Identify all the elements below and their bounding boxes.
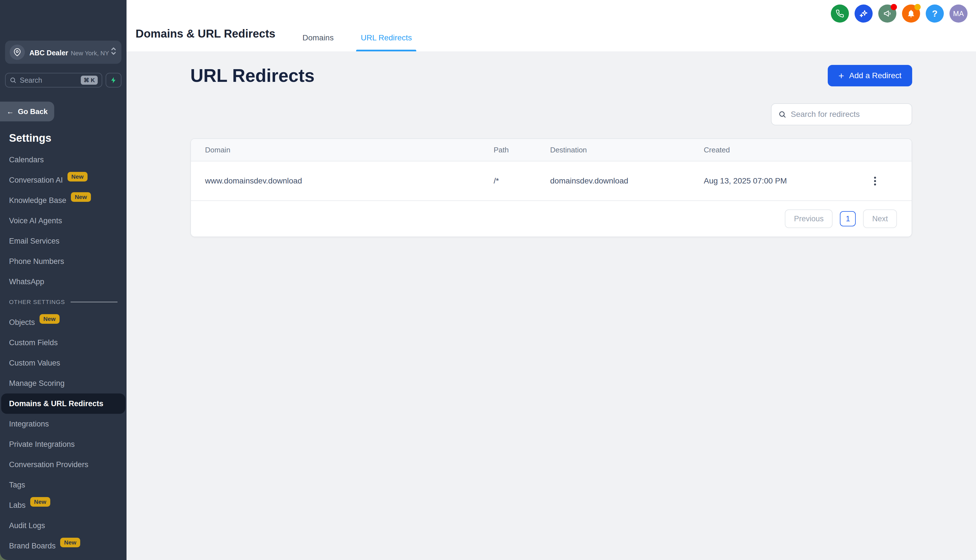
add-redirect-button[interactable]: + Add a Redirect bbox=[828, 65, 912, 87]
sidebar-item-label: Email Services bbox=[9, 237, 60, 245]
help-button[interactable]: ? bbox=[926, 5, 944, 23]
phone-button[interactable] bbox=[831, 5, 849, 23]
section-label: OTHER SETTINGS bbox=[9, 298, 65, 305]
sidebar-search-input[interactable]: Search ⌘ K bbox=[5, 73, 102, 88]
table-header-row: Domain Path Destination Created bbox=[191, 139, 912, 162]
column-header-created: Created bbox=[704, 146, 852, 154]
table-row: www.domainsdev.download /* domainsdev.do… bbox=[191, 162, 912, 201]
column-header-path: Path bbox=[494, 146, 550, 154]
new-badge: New bbox=[30, 497, 50, 507]
table-search-row: Search for redirects bbox=[190, 103, 912, 125]
top-bar: Domains & URL Redirects Domains URL Redi… bbox=[127, 0, 976, 52]
announcements-button[interactable] bbox=[878, 5, 896, 23]
sidebar-item-calendars[interactable]: Calendars bbox=[0, 150, 127, 170]
sidebar-item-label: Phone Numbers bbox=[9, 257, 64, 266]
megaphone-icon bbox=[883, 9, 892, 18]
search-icon bbox=[778, 110, 786, 118]
search-icon bbox=[10, 77, 17, 83]
sidebar-item-integrations[interactable]: Integrations bbox=[0, 414, 127, 434]
sidebar-item-brand-boards[interactable]: Brand BoardsNew bbox=[0, 536, 127, 556]
go-back-button[interactable]: ← Go Back bbox=[0, 102, 54, 122]
redirects-search-input[interactable]: Search for redirects bbox=[771, 103, 912, 125]
current-page-button[interactable]: 1 bbox=[840, 211, 856, 227]
settings-menu: CalendarsConversation AINewKnowledge Bas… bbox=[0, 150, 127, 556]
ai-assistant-button[interactable] bbox=[854, 5, 873, 23]
cell-domain: www.domainsdev.download bbox=[205, 177, 494, 185]
sidebar-item-label: Audit Logs bbox=[9, 521, 45, 530]
sidebar-item-label: Custom Fields bbox=[9, 338, 58, 347]
sidebar-item-labs[interactable]: LabsNew bbox=[0, 495, 127, 515]
sidebar-item-phone-numbers[interactable]: Phone Numbers bbox=[0, 251, 127, 272]
sidebar-item-label: Manage Scoring bbox=[9, 379, 65, 388]
section-divider bbox=[71, 302, 117, 302]
new-badge: New bbox=[60, 538, 80, 547]
content-area: URL Redirects + Add a Redirect Search fo… bbox=[190, 52, 912, 237]
user-avatar[interactable]: MA bbox=[949, 5, 968, 23]
keyboard-shortcut-badge: ⌘ K bbox=[81, 76, 98, 85]
question-mark-icon: ? bbox=[932, 8, 938, 19]
settings-sidebar: ABC Dealer New York, NY Search ⌘ K ← Go … bbox=[0, 0, 127, 560]
sidebar-item-domains-url-redirects[interactable]: Domains & URL Redirects bbox=[1, 393, 125, 414]
sidebar-item-voice-ai-agents[interactable]: Voice AI Agents bbox=[0, 210, 127, 231]
sidebar-search-row: Search ⌘ K bbox=[5, 73, 122, 88]
sidebar-item-conversation-providers[interactable]: Conversation Providers bbox=[0, 455, 127, 475]
sidebar-item-label: Objects bbox=[9, 318, 35, 327]
notifications-button[interactable] bbox=[902, 5, 920, 23]
next-page-button[interactable]: Next bbox=[863, 210, 897, 228]
account-switcher[interactable]: ABC Dealer New York, NY bbox=[5, 41, 122, 64]
pagination-row: Previous 1 Next bbox=[191, 201, 912, 237]
sidebar-item-label: Custom Values bbox=[9, 359, 60, 368]
cell-destination: domainsdev.download bbox=[550, 177, 704, 185]
sidebar-item-label: Labs bbox=[9, 501, 26, 510]
location-pin-icon bbox=[10, 45, 25, 60]
avatar-initials: MA bbox=[953, 10, 964, 18]
sidebar-item-custom-values[interactable]: Custom Values bbox=[0, 353, 127, 373]
chevron-updown-icon bbox=[110, 46, 117, 58]
account-info: ABC Dealer New York, NY bbox=[29, 47, 110, 58]
sidebar-item-objects[interactable]: ObjectsNew bbox=[0, 312, 127, 332]
lightning-bolt-icon bbox=[110, 77, 117, 84]
new-badge: New bbox=[67, 172, 88, 182]
tab-url-redirects[interactable]: URL Redirects bbox=[356, 24, 416, 52]
cell-created: Aug 13, 2025 07:00 PM bbox=[704, 177, 852, 185]
sidebar-item-label: Conversation Providers bbox=[9, 460, 88, 469]
notification-dot-amber bbox=[914, 4, 921, 10]
tab-domains[interactable]: Domains bbox=[298, 24, 338, 52]
new-badge: New bbox=[40, 314, 60, 324]
sidebar-item-label: WhatsApp bbox=[9, 277, 44, 286]
redirects-search-placeholder: Search for redirects bbox=[791, 110, 860, 119]
page-header-row: URL Redirects + Add a Redirect bbox=[190, 65, 912, 87]
sidebar-item-conversation-ai[interactable]: Conversation AINew bbox=[0, 170, 127, 190]
back-arrow-icon: ← bbox=[7, 107, 14, 116]
go-back-label: Go Back bbox=[18, 107, 48, 116]
new-badge: New bbox=[71, 192, 91, 202]
sidebar-item-whatsapp[interactable]: WhatsApp bbox=[0, 272, 127, 292]
tab-bar: Domains URL Redirects bbox=[289, 24, 425, 52]
sidebar-item-knowledge-base[interactable]: Knowledge BaseNew bbox=[0, 190, 127, 210]
sidebar-item-label: Integrations bbox=[9, 420, 49, 428]
sidebar-item-custom-fields[interactable]: Custom Fields bbox=[0, 332, 127, 353]
sidebar-item-private-integrations[interactable]: Private Integrations bbox=[0, 434, 127, 455]
previous-page-button[interactable]: Previous bbox=[785, 210, 833, 228]
sidebar-item-label: Private Integrations bbox=[9, 440, 75, 449]
ai-sparkles-icon bbox=[859, 9, 868, 18]
cell-path: /* bbox=[494, 177, 550, 185]
row-actions-menu-button[interactable] bbox=[872, 175, 878, 188]
sidebar-item-label: Knowledge Base bbox=[9, 196, 67, 205]
account-location: New York, NY bbox=[71, 50, 109, 57]
sidebar-search-placeholder: Search bbox=[20, 76, 77, 84]
sidebar-item-manage-scoring[interactable]: Manage Scoring bbox=[0, 373, 127, 393]
sidebar-item-label: Tags bbox=[9, 481, 25, 490]
sidebar-item-audit-logs[interactable]: Audit Logs bbox=[0, 515, 127, 536]
sidebar-item-email-services[interactable]: Email Services bbox=[0, 231, 127, 251]
account-name: ABC Dealer bbox=[29, 49, 68, 57]
plus-icon: + bbox=[839, 71, 844, 80]
page-title: Domains & URL Redirects bbox=[135, 27, 275, 40]
column-header-destination: Destination bbox=[550, 146, 704, 154]
sidebar-item-tags[interactable]: Tags bbox=[0, 475, 127, 495]
redirects-table-card: Domain Path Destination Created www.doma… bbox=[190, 138, 912, 237]
phone-icon bbox=[836, 9, 844, 18]
sidebar-item-label: Domains & URL Redirects bbox=[9, 399, 103, 408]
quick-actions-button[interactable] bbox=[106, 73, 122, 88]
sidebar-item-label: Voice AI Agents bbox=[9, 217, 62, 225]
